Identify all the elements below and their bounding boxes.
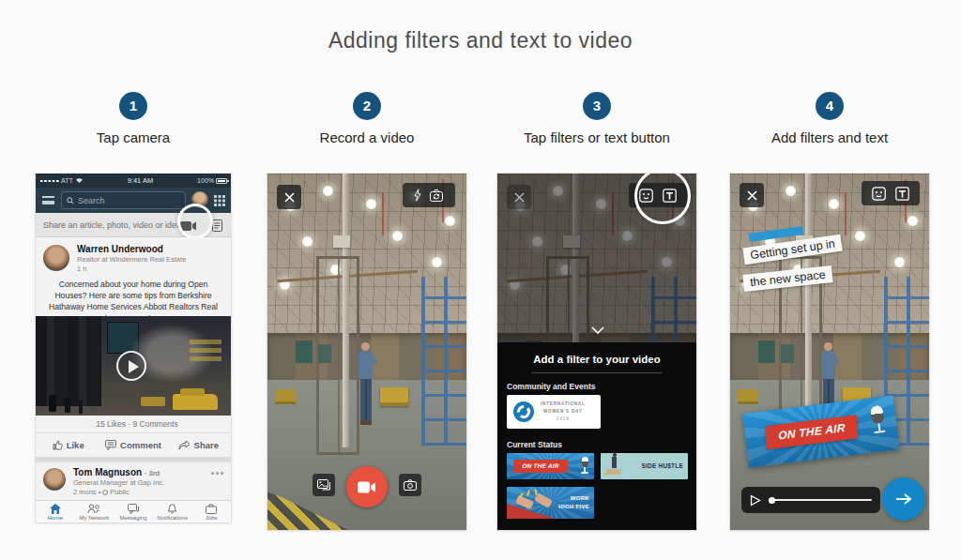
post2-author-name[interactable]: Tom Magnuson · 3rd [73,467,160,477]
warehouse-video-preview [730,174,929,530]
apps-grid-icon[interactable] [214,195,225,206]
post2-author-avatar[interactable] [43,468,66,491]
share-box[interactable]: Share an article, photo, video or idea [36,213,231,237]
nav-my-network[interactable]: My Network [75,501,114,522]
search-placeholder: Search [78,196,105,205]
step-3-label: Tap filters or text button [497,129,696,145]
gallery-icon [317,479,330,491]
people-icon [87,504,100,514]
step-4-column: 4 Add filters and text [730,92,929,145]
camera-icon [404,479,417,491]
step-1-number-badge: 1 [119,92,147,120]
sticker-filter-icon[interactable] [872,187,886,201]
high-five-label: WORK HIGH FIVE [558,494,589,511]
video-camera-icon[interactable] [180,220,197,232]
comment-button[interactable]: Comment [100,433,165,457]
text-tool-icon[interactable] [895,187,909,201]
bottom-nav: Home My Network Messaging [36,500,231,522]
close-icon [284,192,295,203]
filter-panel: Add a filter to your video Community and… [497,342,696,530]
post-author-name[interactable]: Warren Underwood [77,244,163,254]
sticker-filter-icon[interactable] [639,189,653,203]
video-thumbnail[interactable] [36,316,231,416]
battery-icon [216,178,227,184]
editor-top-controls [629,183,687,207]
close-button[interactable] [507,185,531,209]
close-icon [514,192,525,203]
side-hustle-label: SIDE HU$TLE [642,462,683,469]
filter-work-high-five[interactable]: WORK HIGH FIVE [507,487,594,519]
step-2-label: Record a video [267,129,466,145]
microphone-icon [581,457,588,474]
video-editor-screenshot: Getting set up in the new space ON THE A… [730,174,929,530]
carrier-label: ATT [61,177,73,184]
post-author-avatar[interactable] [43,245,69,271]
like-button[interactable]: Like [36,433,100,457]
filter-panel-screenshot: Add a filter to your video Community and… [497,174,696,530]
camera-recorder-screenshot [267,174,466,530]
step-3-number-badge: 3 [583,92,611,120]
nav-jobs[interactable]: Jobs [191,501,231,522]
next-button[interactable] [882,477,925,521]
post-timestamp: 1 h [77,265,86,273]
progress-track[interactable] [769,499,872,501]
more-options-icon[interactable] [221,472,223,475]
search-input[interactable]: Search [61,191,186,209]
nav-notifications[interactable]: Notifications [153,501,192,522]
step-1-column: 1 Tap camera ATT 9:41 AM 100% Search [36,92,231,145]
filter-womens-day[interactable]: INTERNATIONAL WOMEN'S DAY 2018 [507,395,601,429]
flash-icon[interactable] [414,189,421,202]
status-bar: ATT 9:41 AM 100% [36,174,231,188]
connection-degree: · 3rd [145,469,160,477]
share-button[interactable]: Share [166,433,231,457]
home-icon [50,504,61,514]
linkedin-feed-screenshot: ATT 9:41 AM 100% Search [36,174,231,522]
nav-messaging[interactable]: Messaging [114,501,153,522]
filter-on-the-air[interactable]: ON THE AIR [507,453,594,479]
note-icon[interactable] [212,219,222,232]
linkedin-top-nav: Search [36,188,231,213]
comment-icon [105,440,116,450]
close-button[interactable] [277,185,301,209]
close-button[interactable] [740,183,764,207]
play-icon [116,351,146,381]
hustler-figure [612,457,617,468]
briefcase-icon [206,504,217,514]
flip-camera-icon[interactable] [430,189,445,202]
profile-avatar[interactable] [191,191,208,208]
feed-post: Warren Underwood Realtor at Windermere R… [36,237,231,316]
nav-home[interactable]: Home [36,501,75,522]
progress-knob[interactable] [769,497,775,504]
filter-panel-title: Add a filter to your video [497,354,696,365]
step-2-column: 2 Record a video [267,92,466,145]
womens-day-label: INTERNATIONAL WOMEN'S DAY 2018 [541,401,586,422]
share-arrow-icon [178,440,191,450]
step-4-label: Add filters and text [730,129,929,145]
record-button[interactable] [346,466,388,507]
filter-side-hustle[interactable]: SIDE HU$TLE [601,453,688,479]
chevron-down-icon[interactable] [591,326,604,334]
gallery-button[interactable] [313,474,335,496]
share-prompt-label: Share an article, photo, video or idea [43,220,181,230]
menu-icon[interactable] [42,196,54,204]
editor-top-controls [862,181,920,205]
close-icon [747,190,757,201]
wifi-icon [75,177,84,184]
record-video-icon [358,481,376,493]
camera-top-controls [403,183,455,207]
tutorial-page: Adding filters and text to video 1 Tap c… [0,0,961,560]
social-counts[interactable]: 15 Likes · 9 Comments [36,416,231,432]
photo-mode-button[interactable] [399,474,421,496]
money-pile [606,469,621,475]
post-actions-bar: Like Comment Share [36,432,231,457]
messaging-icon [128,504,139,514]
like-icon [53,440,63,450]
play-icon[interactable] [750,494,761,507]
womens-day-logo [513,401,534,422]
playback-bar[interactable] [741,487,880,513]
status-section-label: Current Status [507,440,562,449]
post-author-headline: Realtor at Windermere Real Estate [77,255,186,264]
battery-percent-label: 100% [197,177,214,184]
text-tool-icon[interactable] [663,189,677,203]
community-section-label: Community and Events [507,382,595,391]
